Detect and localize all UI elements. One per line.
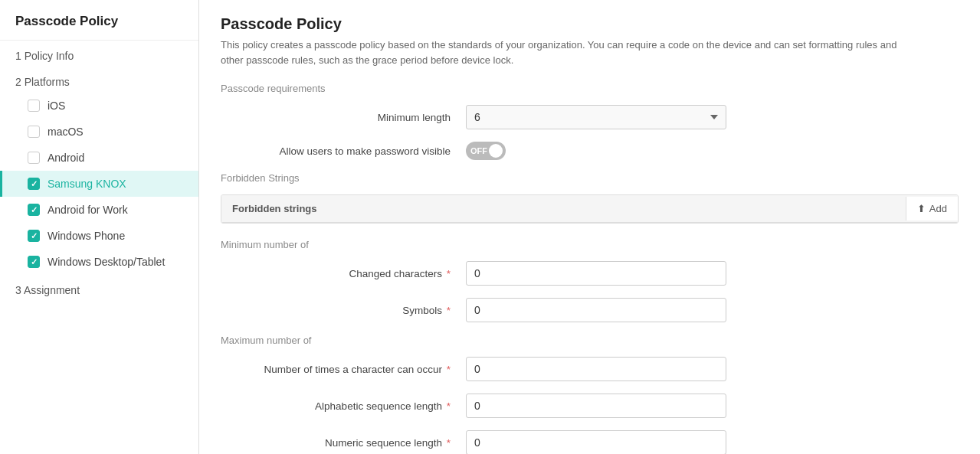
add-icon: ⬆ (917, 203, 926, 214)
char-occur-label: Number of times a character can occur * (221, 364, 466, 375)
password-visible-toggle[interactable]: OFF (466, 142, 506, 160)
max-number-heading: Maximum number of (221, 335, 959, 346)
forbidden-strings-heading: Forbidden Strings (221, 172, 959, 184)
platform-checkbox-android[interactable] (28, 152, 40, 164)
toggle-label: OFF (470, 146, 487, 155)
char-occur-input[interactable] (466, 357, 726, 381)
required-marker: * (444, 437, 451, 449)
sidebar-platform-item-android-for-work[interactable]: Android for Work (0, 197, 198, 223)
passcode-requirements-heading: Passcode requirements (221, 83, 959, 94)
char-occur-row: Number of times a character can occur * (221, 357, 959, 381)
minimum-length-row: Minimum length 6 4 5 7 8 9 10 12 16 (221, 105, 959, 129)
allow-visible-row: Allow users to make password visible OFF (221, 142, 959, 160)
platform-label: Android for Work (48, 204, 128, 216)
platform-checkbox-android-for-work[interactable] (28, 204, 40, 216)
sidebar-platform-item-macos[interactable]: macOS (0, 119, 198, 145)
symbols-label: Symbols * (221, 305, 466, 316)
page-title: Passcode Policy (221, 15, 959, 33)
min-number-heading: Minimum number of (221, 239, 959, 250)
main-content: Passcode Policy This policy creates a pa… (199, 0, 980, 454)
sidebar-platform-item-windows-phone[interactable]: Windows Phone (0, 223, 198, 249)
changed-chars-control (466, 261, 726, 286)
char-occur-control (466, 357, 726, 381)
sidebar-platform-item-android[interactable]: Android (0, 145, 198, 171)
allow-visible-label: Allow users to make password visible (221, 145, 466, 157)
platform-label: Windows Desktop/Tablet (48, 256, 165, 268)
required-marker: * (444, 364, 451, 375)
platform-checkbox-windows-desktop/tablet[interactable] (28, 256, 40, 268)
platform-checkbox-macos[interactable] (28, 126, 40, 138)
add-label: Add (929, 203, 947, 214)
numeric-seq-label: Numeric sequence length * (221, 437, 466, 449)
sidebar-item-policy-info[interactable]: 1 Policy Info (0, 41, 198, 67)
changed-chars-label: Changed characters * (221, 268, 466, 279)
numeric-seq-row: Numeric sequence length * (221, 430, 959, 454)
alpha-seq-row: Alphabetic sequence length * (221, 394, 959, 418)
minimum-length-label: Minimum length (221, 112, 466, 123)
alpha-seq-input[interactable] (466, 394, 726, 418)
forbidden-strings-table: Forbidden strings ⬆ Add (221, 194, 959, 224)
platform-label: iOS (48, 100, 65, 112)
alpha-seq-control (466, 394, 726, 418)
sidebar-item-platforms[interactable]: 2 Platforms (0, 67, 198, 93)
add-forbidden-string-button[interactable]: ⬆ Add (906, 197, 958, 220)
changed-chars-input[interactable] (466, 261, 726, 286)
platform-checkbox-samsung-knox[interactable] (28, 178, 40, 190)
alpha-seq-label: Alphabetic sequence length * (221, 400, 466, 412)
page-description: This policy creates a passcode policy ba… (221, 38, 910, 67)
minimum-length-control: 6 4 5 7 8 9 10 12 16 (466, 105, 726, 129)
symbols-row: Symbols * (221, 298, 959, 322)
platform-label: macOS (48, 126, 84, 138)
required-marker: * (444, 268, 451, 279)
forbidden-strings-col-label: Forbidden strings (221, 195, 906, 222)
required-marker: * (444, 400, 451, 412)
sidebar-platform-item-samsung-knox[interactable]: Samsung KNOX (0, 171, 198, 197)
sidebar-platform-item-ios[interactable]: iOS (0, 93, 198, 119)
sidebar: Passcode Policy 1 Policy Info 2 Platform… (0, 0, 199, 454)
platform-label: Samsung KNOX (48, 178, 126, 190)
symbols-control (466, 298, 726, 322)
numeric-seq-control (466, 430, 726, 454)
platform-checkbox-ios[interactable] (28, 100, 40, 112)
changed-chars-row: Changed characters * (221, 261, 959, 286)
allow-visible-control: OFF (466, 142, 726, 160)
platform-label: Windows Phone (48, 230, 125, 242)
required-marker: * (444, 305, 451, 316)
symbols-input[interactable] (466, 298, 726, 322)
sidebar-item-assignment[interactable]: 3 Assignment (0, 275, 198, 301)
sidebar-title: Passcode Policy (0, 0, 198, 41)
forbidden-strings-header: Forbidden strings ⬆ Add (221, 195, 958, 223)
platform-checkbox-windows-phone[interactable] (28, 230, 40, 242)
toggle-knob (489, 144, 503, 158)
platform-label: Android (48, 152, 84, 164)
numeric-seq-input[interactable] (466, 430, 726, 454)
forbidden-strings-section: Forbidden Strings Forbidden strings ⬆ Ad… (221, 172, 959, 224)
platform-list: iOSmacOSAndroidSamsung KNOXAndroid for W… (0, 93, 198, 275)
minimum-length-select[interactable]: 6 4 5 7 8 9 10 12 16 (466, 105, 726, 129)
toggle-wrap: OFF (466, 142, 726, 160)
sidebar-platform-item-windows-desktop/tablet[interactable]: Windows Desktop/Tablet (0, 249, 198, 275)
